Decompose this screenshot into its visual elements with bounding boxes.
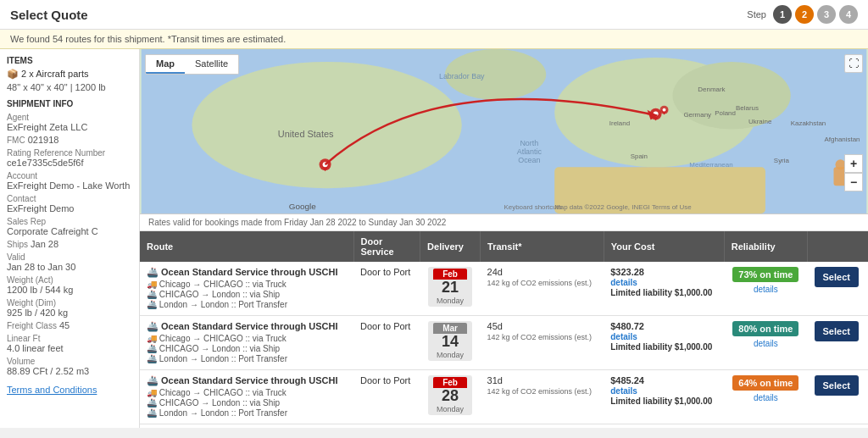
step-label: Step	[747, 9, 766, 19]
items-value: 2 x Aircraft parts	[21, 69, 88, 79]
leg2-0: 🚢 CHICAGO → London :: via Ship	[147, 290, 347, 299]
reliability-badge-2: 64% on time	[732, 375, 798, 391]
leg2-1: 🚢 CHICAGO → London :: via Ship	[147, 344, 347, 353]
door-service-cell-3: Door toDoor	[353, 424, 420, 429]
weekday-2: Monday	[433, 405, 467, 413]
col-delivery: Delivery	[420, 231, 481, 262]
door-service-cell-0: Door to Port	[353, 262, 420, 316]
svg-text:Ireland: Ireland	[609, 119, 630, 127]
svg-text:Keyboard shortcuts: Keyboard shortcuts	[504, 203, 562, 211]
route-name-0: 🚢Ocean Standard Service through USCHI	[147, 267, 347, 278]
freight-class-label: Freight Class	[7, 321, 57, 330]
main-layout: ITEMS 📦 2 x Aircraft parts 48" x 40" x 4…	[0, 49, 868, 428]
rates-bar: Rates valid for bookings made from Frida…	[140, 214, 868, 231]
svg-text:Belarus: Belarus	[736, 104, 759, 112]
agent-value: ExFreight Zeta LLC	[7, 122, 87, 132]
reliability-cell-0: 73% on time details	[724, 262, 807, 316]
leg1-0: 🚚 Chicago → CHICAGO :: via Truck	[147, 280, 347, 289]
rel-details-1[interactable]: details	[754, 339, 778, 348]
transit-cell-1: 45d 142 kg of CO2 emissions (est.)	[481, 316, 604, 370]
select-cell-3: Select	[808, 424, 868, 429]
leg3-2: 🚢 London → London :: Port Transfer	[147, 408, 347, 418]
rating-value: ce1e7335c5de5f6f	[7, 158, 84, 168]
routes-table: Route DoorService Delivery Transit* Your…	[140, 231, 868, 428]
step-4[interactable]: 4	[839, 5, 858, 24]
shipment-section-title: SHIPMENT INFO	[7, 99, 132, 108]
step-3[interactable]: 3	[817, 5, 836, 24]
svg-text:United States: United States	[278, 129, 334, 139]
volume-label: Volume	[7, 357, 35, 366]
zoom-in-button[interactable]: +	[844, 154, 863, 173]
fmc-value: 021918	[28, 135, 59, 145]
svg-text:Ocean: Ocean	[518, 156, 540, 164]
tab-map[interactable]: Map	[146, 55, 185, 74]
weight-act-label: Weight (Act)	[7, 275, 53, 285]
sales-value: Corporate Cafreight C	[7, 226, 98, 236]
items-row: 📦 2 x Aircraft parts	[7, 69, 132, 80]
cost-details-1[interactable]: details	[610, 332, 637, 341]
reliability-cell-3: 76% on time details	[724, 424, 807, 429]
cost-cell-3: $890.29 details Limited liability $1,000…	[604, 424, 724, 429]
col-cost: Your Cost	[604, 231, 724, 262]
leg2-2: 🚢 CHICAGO → London :: via Ship	[147, 398, 347, 408]
right-content: Map Satellite ⛶ + −	[140, 49, 868, 428]
fullscreen-button[interactable]: ⛶	[844, 54, 863, 73]
reliability-badge-1: 80% on time	[732, 321, 798, 336]
sales-label: Sales Rep	[7, 217, 46, 226]
leg3-1: 🚢 London → London :: Port Transfer	[147, 354, 347, 363]
weight-dim-row: Weight (Dim) 925 lb / 420 kg	[7, 297, 132, 318]
col-select	[808, 231, 868, 262]
ship-icon-1: 🚢	[147, 321, 159, 331]
reliability-cell-2: 64% on time details	[724, 370, 807, 424]
route-cell-1: 🚢Ocean Standard Service through USCHI 🚚 …	[140, 316, 353, 370]
select-button-1[interactable]: Select	[815, 321, 859, 341]
ships-label: Ships	[7, 240, 28, 249]
cost-cell-0: $323.28 details Limited liability $1,000…	[604, 262, 724, 316]
tab-satellite[interactable]: Satellite	[185, 55, 238, 74]
leg1-2: 🚚 Chicago → CHICAGO :: via Truck	[147, 388, 347, 397]
fmc-label: FMC	[7, 136, 25, 145]
step-1[interactable]: 1	[773, 5, 792, 24]
door-service-cell-1: Door to Port	[353, 316, 420, 370]
cost-cell-1: $480.72 details Limited liability $1,000…	[604, 316, 724, 370]
table-row: 🚢Ocean Standard Service through USCHI 🚚 …	[140, 370, 868, 424]
col-reliability: Reliability	[724, 231, 807, 262]
select-cell-0: Select	[808, 262, 868, 316]
svg-text:Ukraine: Ukraine	[748, 118, 772, 125]
col-transit: Transit*	[481, 231, 604, 262]
select-button-0[interactable]: Select	[815, 267, 859, 287]
rel-details-2[interactable]: details	[754, 393, 778, 402]
cost-details-0[interactable]: details	[610, 278, 637, 287]
account-label: Account	[7, 171, 37, 180]
valid-row: Valid Jan 28 to Jan 30	[7, 252, 132, 272]
liability-2: Limited liability $1,000.00	[610, 396, 712, 406]
route-cell-3: 🚢Ocean Standard Service through USCHI 🚚 …	[140, 424, 353, 429]
weight-act-value: 1200 lb / 544 kg	[7, 285, 73, 295]
table-row: 🚢Ocean Standard Service through USCHI 🚚 …	[140, 424, 868, 429]
select-button-2[interactable]: Select	[815, 375, 859, 396]
svg-text:Denmark: Denmark	[698, 86, 725, 93]
svg-point-30	[663, 108, 666, 112]
svg-text:Poland: Poland	[715, 109, 736, 117]
zoom-out-button[interactable]: −	[844, 173, 863, 191]
rel-details-0[interactable]: details	[754, 285, 778, 294]
freight-class-row: Freight Class 45	[7, 320, 132, 330]
reliability-cell-1: 80% on time details	[724, 316, 807, 370]
svg-text:Atlantic: Atlantic	[517, 147, 542, 156]
step-2[interactable]: 2	[795, 5, 814, 24]
table-header-row: Route DoorService Delivery Transit* Your…	[140, 231, 868, 262]
svg-text:Syria: Syria	[774, 157, 790, 164]
liability-1: Limited liability $1,000.00	[610, 342, 712, 352]
info-bar: We found 54 routes for this shipment. *T…	[0, 30, 868, 49]
day-1: 14	[433, 334, 467, 351]
route-name-1: 🚢Ocean Standard Service through USCHI	[147, 321, 347, 332]
route-cell-0: 🚢Ocean Standard Service through USCHI 🚚 …	[140, 262, 353, 316]
cost-cell-2: $485.24 details Limited liability $1,000…	[604, 370, 724, 424]
table-row: 🚢Ocean Standard Service through USCHI 🚚 …	[140, 316, 868, 370]
delivery-cell-0: Feb 21 Monday	[420, 262, 481, 316]
terms-link[interactable]: Terms and Conditions	[7, 385, 132, 395]
reliability-badge-0: 73% on time	[732, 267, 798, 282]
sales-row: Sales Rep Corporate Cafreight C	[7, 216, 132, 236]
select-cell-2: Select	[808, 370, 868, 424]
cost-details-2[interactable]: details	[610, 386, 637, 396]
